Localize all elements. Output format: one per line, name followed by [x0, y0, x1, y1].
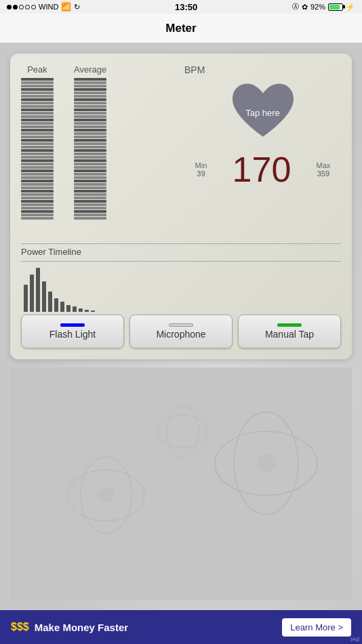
buttons-row: Flash Light Microphone Manual Tap	[21, 315, 341, 348]
avg-segment	[74, 115, 106, 118]
carrier-label: WIND	[39, 3, 58, 11]
status-right: Ⓐ ✿ 92% ⚡	[292, 2, 355, 12]
iad-label: iAd	[350, 636, 359, 643]
timeline-bar	[48, 291, 52, 312]
peak-segment	[21, 92, 54, 94]
microphone-button[interactable]: Microphone	[129, 315, 233, 348]
bluetooth-icon: ✿	[302, 3, 308, 12]
avg-segment	[74, 190, 106, 193]
average-bar-container	[74, 77, 106, 220]
manual-tap-button[interactable]: Manual Tap	[238, 315, 341, 348]
avg-segment	[74, 78, 106, 81]
timeline-bar	[66, 305, 71, 312]
meter-card: Peak Average BPM Tap here	[10, 54, 352, 359]
timeline-label: Power Timeline	[21, 247, 341, 257]
svg-point-2	[256, 454, 275, 472]
avg-segment	[74, 210, 106, 213]
timeline-bar	[54, 298, 58, 312]
min-value: 39	[197, 169, 205, 178]
svg-point-7	[167, 406, 199, 458]
svg-point-3	[68, 470, 144, 521]
avg-segment	[74, 176, 106, 179]
peak-segment	[21, 88, 54, 91]
peak-segment	[21, 207, 54, 209]
peak-segment	[21, 190, 54, 193]
learn-more-label: Learn More >	[290, 622, 343, 632]
charging-icon: ⚡	[346, 3, 355, 12]
svg-point-6	[157, 416, 209, 447]
peak-segment	[21, 210, 54, 213]
avg-segment	[74, 129, 106, 132]
svg-point-4	[81, 457, 132, 534]
peak-segment	[21, 78, 54, 81]
avg-segment	[74, 88, 106, 91]
svg-point-1	[234, 412, 298, 515]
wifi-icon: 📶	[61, 2, 71, 12]
peak-segment	[21, 186, 54, 189]
avg-segment	[74, 207, 106, 209]
peak-segment	[21, 163, 54, 165]
flash-indicator	[60, 323, 85, 327]
tap-heart-button[interactable]: Tap here	[229, 81, 297, 145]
mic-indicator	[169, 323, 193, 327]
peak-segment	[21, 115, 54, 118]
peak-segment	[21, 139, 54, 142]
peak-segment	[21, 149, 54, 152]
manual-tap-label: Manual Tap	[265, 329, 314, 340]
microphone-label: Microphone	[156, 329, 205, 340]
peak-segment	[21, 98, 54, 101]
flash-light-button[interactable]: Flash Light	[21, 315, 124, 348]
divider	[21, 243, 341, 244]
avg-segment	[74, 180, 106, 182]
location-icon: Ⓐ	[292, 2, 299, 12]
peak-segment	[21, 112, 54, 115]
peak-segment	[21, 95, 54, 98]
avg-segment	[74, 125, 106, 128]
peak-segment	[21, 153, 54, 155]
avg-segment	[74, 149, 106, 152]
status-bar: WIND 📶 ↻ 13:50 Ⓐ ✿ 92% ⚡	[0, 0, 362, 14]
peak-segment	[21, 193, 54, 196]
peak-segment	[21, 217, 54, 220]
avg-segment	[74, 173, 106, 176]
timeline-bar	[36, 268, 40, 312]
avg-segment	[74, 203, 106, 206]
peak-segment	[21, 81, 54, 84]
timeline-bar	[85, 310, 89, 312]
avg-segment	[74, 139, 106, 142]
signal-dot-3	[19, 5, 24, 9]
avg-segment	[74, 85, 106, 87]
nav-bar: Meter	[0, 14, 362, 43]
average-label: Average	[74, 64, 106, 75]
flash-light-label: Flash Light	[49, 329, 96, 340]
timeline-bar	[79, 308, 83, 312]
meter-top: Peak Average BPM Tap here	[21, 64, 341, 241]
avg-segment	[74, 122, 106, 125]
signal-dot-4	[25, 5, 30, 9]
peak-segment	[21, 105, 54, 108]
timeline-chart	[21, 264, 341, 312]
svg-point-0	[215, 431, 317, 495]
page-title: Meter	[165, 22, 196, 35]
battery-percent: 92%	[310, 3, 325, 11]
timeline-bar	[24, 285, 28, 312]
ad-text-group: $$$ Make Money Faster	[11, 621, 128, 633]
min-max-row: Min 39 170 Max 359	[184, 152, 341, 187]
avg-segment	[74, 132, 106, 135]
avg-segment	[74, 98, 106, 101]
avg-segment	[74, 95, 106, 98]
avg-segment	[74, 105, 106, 108]
peak-segment	[21, 125, 54, 128]
timeline-bar	[30, 275, 34, 312]
avg-segment	[74, 142, 106, 145]
timeline-bar	[91, 310, 95, 312]
peak-segment	[21, 136, 54, 138]
max-value: 359	[317, 169, 329, 178]
signal-dot-2	[13, 5, 18, 9]
learn-more-button[interactable]: Learn More >	[282, 618, 351, 637]
peak-segment	[21, 108, 54, 111]
peak-label: Peak	[27, 64, 47, 75]
avg-segment	[74, 183, 106, 186]
average-meter-group: Average	[74, 64, 106, 241]
bpm-section: BPM Tap here Min 39 170 Max	[184, 64, 341, 241]
